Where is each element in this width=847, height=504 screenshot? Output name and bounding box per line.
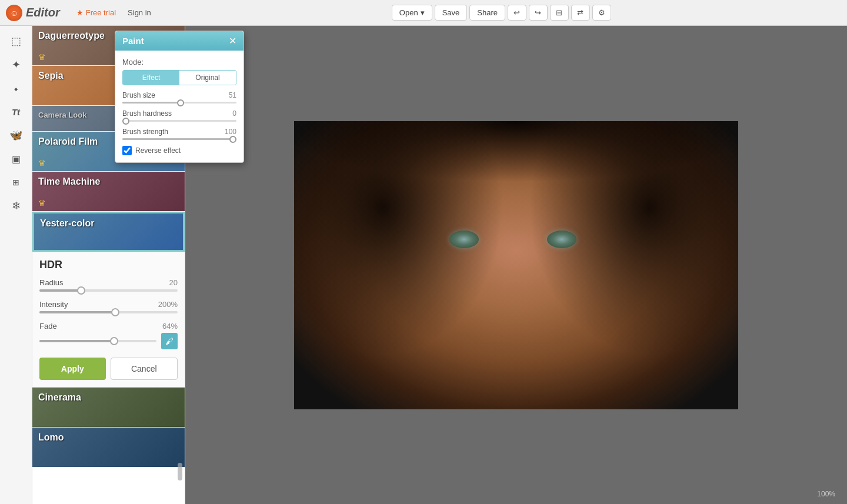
brush-size-value: 51: [229, 91, 236, 99]
radius-slider-row: Radius 20: [39, 278, 178, 292]
crown-icon-daguerreotype: ♛: [38, 52, 46, 62]
crop-tool-button[interactable]: ⬚: [4, 31, 28, 52]
topbar: ☺ Editor ★ Free trial Sign in Open ▾ Sav…: [0, 0, 847, 26]
photo-display: [294, 121, 738, 409]
intensity-thumb[interactable]: [111, 308, 119, 316]
grid-icon: ⊞: [12, 178, 19, 187]
zoom-indicator: 100%: [817, 490, 835, 498]
brush-strength-fill: [122, 138, 236, 140]
paint-close-button[interactable]: ✕: [229, 36, 236, 46]
fade-value: 64%: [162, 322, 178, 331]
reverse-effect-checkbox[interactable]: [122, 146, 132, 155]
paint-brush-icon: 🖌: [165, 336, 174, 346]
filter-item-yester-color[interactable]: Yester-color: [32, 212, 185, 252]
brush-hardness-label: Brush hardness: [122, 109, 172, 118]
text-tool-button[interactable]: Tt: [4, 101, 28, 122]
snowflake-icon: ❄: [12, 199, 21, 212]
swap-button[interactable]: ⇄: [571, 5, 590, 21]
grid-tool-button[interactable]: ⊞: [4, 172, 28, 193]
app-title: Editor: [26, 6, 60, 19]
app-logo-icon: ☺: [6, 5, 22, 21]
logo-area: ☺ Editor: [0, 5, 66, 21]
filter-label-cinerama: Cinerama: [38, 392, 81, 403]
filter-label-time-machine: Time Machine: [38, 176, 101, 187]
frame-icon: ▣: [12, 153, 21, 165]
filter-label-sepia: Sepia: [38, 71, 64, 81]
filter-item-cinerama[interactable]: Cinerama: [32, 388, 185, 428]
brush-size-track[interactable]: [122, 102, 236, 104]
fade-thumb[interactable]: [110, 337, 118, 345]
brush-hardness-track[interactable]: [122, 120, 236, 122]
filter-label-polaroid-film: Polaroid Film: [38, 136, 98, 147]
paint-dialog-body: Mode: Effect Original Brush size 51 Brus…: [115, 51, 244, 162]
intensity-track[interactable]: [39, 311, 178, 313]
undo-button[interactable]: ↩: [508, 5, 526, 21]
paint-brush-button[interactable]: 🖌: [161, 333, 178, 349]
settings-button[interactable]: ⚙: [592, 5, 611, 21]
paint-dialog: Paint ✕ Mode: Effect Original Brush size…: [115, 31, 244, 163]
brush-strength-thumb[interactable]: [229, 136, 236, 143]
intensity-value: 200%: [158, 300, 178, 309]
star-icon: ★: [76, 8, 84, 17]
brush-strength-value: 100: [225, 128, 236, 136]
paint-mode-label: Mode:: [122, 58, 236, 66]
magic-wand-icon: ✦: [12, 58, 21, 71]
intensity-fill: [39, 311, 115, 313]
radius-thumb[interactable]: [77, 286, 85, 295]
radius-value: 20: [169, 278, 178, 287]
brush-hardness-thumb[interactable]: [122, 118, 129, 125]
brush-size-label: Brush size: [122, 91, 155, 99]
reverse-effect-label: Reverse effect: [135, 146, 181, 155]
brush-strength-row: Brush strength 100: [122, 128, 236, 140]
drop-icon: ⬥: [14, 84, 18, 93]
crop-icon: ⬚: [11, 35, 21, 48]
drop-tool-button[interactable]: ⬥: [4, 78, 28, 99]
fade-slider-wrap: [39, 340, 156, 342]
paint-dialog-header: Paint ✕: [115, 31, 244, 51]
frame-tool-button[interactable]: ▣: [4, 148, 28, 169]
paint-dialog-title: Paint: [122, 36, 144, 46]
butterfly-tool-button[interactable]: 🦋: [4, 125, 28, 146]
fade-row: 🖌: [39, 333, 178, 349]
paint-mode-toggle: Effect Original: [122, 70, 236, 85]
effect-mode-button[interactable]: Effect: [123, 71, 179, 85]
hdr-panel: HDR Radius 20 Intensity 200% Fade: [32, 252, 185, 388]
magic-tool-button[interactable]: ✦: [4, 54, 28, 75]
filter-label-yester-color: Yester-color: [40, 218, 94, 229]
filter-item-time-machine[interactable]: Time Machine ♛: [32, 172, 185, 212]
toolbar-center: Open ▾ Save Share ↩ ↪ ⊟ ⇄ ⚙: [156, 5, 847, 21]
image-compare-button[interactable]: ⊟: [550, 5, 569, 21]
reverse-effect-row: Reverse effect: [122, 146, 236, 155]
scroll-indicator[interactable]: [178, 463, 182, 480]
signin-button[interactable]: Sign in: [123, 6, 156, 19]
paint-mode-row: Mode: Effect Original: [122, 58, 236, 85]
brush-strength-label: Brush strength: [122, 128, 168, 136]
open-button[interactable]: Open ▾: [392, 5, 432, 21]
left-toolbar: ⬚ ✦ ⬥ Tt 🦋 ▣ ⊞ ❄: [0, 26, 32, 504]
radius-track[interactable]: [39, 289, 178, 292]
brush-strength-track[interactable]: [122, 138, 236, 140]
butterfly-icon: 🦋: [9, 129, 22, 142]
photo-container: [294, 121, 738, 409]
apply-button[interactable]: Apply: [39, 358, 106, 380]
snowflake-tool-button[interactable]: ❄: [4, 195, 28, 216]
brush-hardness-row: Brush hardness 0: [122, 109, 236, 122]
filter-item-lomo[interactable]: Lomo: [32, 428, 185, 468]
save-button[interactable]: Save: [435, 5, 468, 21]
right-eye: [547, 231, 576, 248]
original-mode-button[interactable]: Original: [179, 71, 236, 85]
left-eye: [449, 231, 479, 248]
free-trial-button[interactable]: ★ Free trial: [72, 6, 121, 19]
filter-label-camera-look: Camera Look: [38, 111, 86, 119]
intensity-slider-row: Intensity 200%: [39, 300, 178, 313]
apply-cancel-row: Apply Cancel: [39, 358, 178, 380]
fade-label: Fade: [39, 322, 57, 331]
fade-track[interactable]: [39, 340, 156, 342]
cancel-button[interactable]: Cancel: [111, 358, 178, 380]
redo-button[interactable]: ↪: [529, 5, 548, 21]
brush-size-thumb[interactable]: [177, 99, 184, 106]
radius-fill: [39, 289, 81, 292]
brush-size-row: Brush size 51: [122, 91, 236, 104]
share-button[interactable]: Share: [469, 5, 505, 21]
hdr-title: HDR: [39, 259, 178, 271]
